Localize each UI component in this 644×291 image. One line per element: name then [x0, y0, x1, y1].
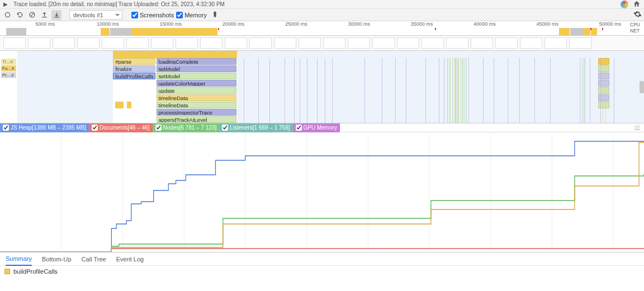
counter-label: Documents[46 – 46]: [100, 125, 150, 131]
counter-js-heap[interactable]: JS Heap[1388 MB – 2385 MB]: [0, 123, 89, 132]
screenshot-thumb[interactable]: [471, 37, 493, 49]
flame-row: finalizesetModel: [18, 65, 644, 73]
screenshot-thumb[interactable]: [569, 37, 591, 49]
screenshot-thumb[interactable]: [299, 37, 321, 49]
screenshot-thumb[interactable]: [323, 37, 345, 49]
overview-block: [591, 28, 597, 36]
ruler-tick: 40000 ms: [473, 21, 496, 27]
track-label[interactable]: Fu…ll: [1, 65, 16, 71]
context-dropdown[interactable]: devtools #1: [69, 10, 122, 20]
chart-series-documents: [0, 249, 644, 252]
overview-block: [132, 28, 140, 36]
chart-series-nodes: [0, 174, 644, 252]
flame-entry[interactable]: timelineData: [157, 102, 236, 108]
flame-entry[interactable]: [598, 73, 609, 79]
settings-icon[interactable]: [633, 10, 642, 20]
flame-chip[interactable]: [115, 102, 124, 108]
overview-block: [139, 28, 217, 36]
screenshot-thumb[interactable]: [348, 37, 370, 49]
flame-chart[interactable]: Ti…dFu…llPr…d 5000 ms10000 ms15000 ms200…: [0, 51, 644, 123]
flame-entry[interactable]: buildProfileCalls: [113, 73, 155, 79]
profile-icon[interactable]: [621, 1, 628, 8]
flame-entry[interactable]: [598, 87, 609, 94]
counter-documents[interactable]: Documents[46 – 46]: [89, 123, 153, 132]
screenshot-thumb[interactable]: [3, 37, 26, 49]
screenshot-thumb[interactable]: [53, 37, 75, 49]
record-button[interactable]: [2, 10, 12, 20]
flame-entry[interactable]: loadingComplete: [157, 58, 236, 65]
overview-marker: [435, 28, 436, 30]
ruler-tick: 10000 ms: [97, 21, 119, 27]
flame-chip[interactable]: [127, 102, 131, 108]
flame-entry[interactable]: processInspectorTrace: [157, 109, 236, 116]
tab-bottom-up[interactable]: Bottom-Up: [42, 253, 72, 265]
tab-event-log[interactable]: Event Log: [116, 253, 144, 265]
screenshot-thumb[interactable]: [77, 37, 100, 49]
tab-summary[interactable]: Summary: [6, 252, 32, 266]
track-label[interactable]: Pr…d: [1, 72, 16, 78]
flame-entry[interactable]: [598, 102, 609, 108]
screenshot-thumb[interactable]: [372, 37, 395, 49]
flame-entry[interactable]: appendTrackAtLevel: [157, 116, 236, 123]
upload-button[interactable]: [39, 10, 49, 20]
status-bar: ▶ Trace loaded. [20m no detail, no minim…: [0, 0, 644, 9]
home-icon[interactable]: [633, 0, 641, 9]
screenshots-strip[interactable]: [0, 36, 644, 51]
screenshot-thumb[interactable]: [102, 37, 124, 49]
trash-icon[interactable]: [211, 11, 219, 19]
screenshot-thumb[interactable]: [446, 37, 468, 49]
flame-entry[interactable]: setModel: [157, 73, 236, 79]
overview-marker: [218, 28, 219, 30]
flame-entry[interactable]: timelineData: [157, 94, 236, 101]
screenshot-thumb[interactable]: [126, 37, 149, 49]
reload-button[interactable]: [15, 10, 25, 20]
clear-button[interactable]: [27, 10, 37, 20]
screenshot-thumb[interactable]: [520, 37, 542, 49]
screenshot-thumb[interactable]: [397, 37, 419, 49]
flame-entry[interactable]: [598, 65, 609, 72]
net-label: NET: [630, 28, 644, 34]
flame-entry[interactable]: update: [157, 87, 236, 94]
screenshot-thumb[interactable]: [249, 37, 272, 49]
flame-entry[interactable]: [598, 80, 609, 87]
resize-handle[interactable]: [640, 81, 644, 93]
ruler-tick: 15000 ms: [160, 21, 182, 27]
flame-entry[interactable]: [598, 94, 609, 101]
flame-entry[interactable]: #parse: [113, 58, 155, 65]
screenshots-checkbox[interactable]: Screenshots: [131, 12, 174, 18]
screenshot-thumb[interactable]: [274, 37, 296, 49]
counter-gpu-memory[interactable]: GPU Memory: [293, 123, 340, 132]
screenshot-thumb[interactable]: [200, 37, 222, 49]
memory-checkbox[interactable]: Memory: [176, 12, 207, 18]
ruler-tick: 5000 ms: [35, 21, 55, 27]
download-button[interactable]: [51, 10, 61, 20]
flame-row: timelineData: [18, 102, 644, 109]
status-detail: [20m no detail, no minimap]: [49, 1, 117, 7]
ruler-tick: 35000 ms: [411, 21, 433, 27]
screenshot-thumb[interactable]: [544, 37, 567, 49]
flame-entry[interactable]: setModel: [157, 65, 236, 72]
play-icon[interactable]: ▶: [3, 1, 9, 7]
flame-entry[interactable]: [598, 58, 609, 65]
screenshot-thumb[interactable]: [28, 37, 50, 49]
counters-menu-icon[interactable]: [634, 125, 641, 132]
screenshot-thumb[interactable]: [176, 37, 198, 49]
overview-timeline[interactable]: 5000 ms10000 ms15000 ms20000 ms25000 ms3…: [0, 21, 644, 36]
memory-counters-legend: JS Heap[1388 MB – 2385 MB]Documents[46 –…: [0, 123, 644, 132]
screenshot-thumb[interactable]: [151, 37, 173, 49]
tab-call-tree[interactable]: Call Tree: [82, 253, 106, 265]
svg-point-0: [5, 12, 10, 17]
flame-row: timelineData: [18, 94, 644, 102]
screenshot-thumb[interactable]: [225, 37, 247, 49]
overview-ruler: 5000 ms10000 ms15000 ms20000 ms25000 ms3…: [0, 21, 644, 28]
screenshot-thumb[interactable]: [422, 37, 444, 49]
flame-entry[interactable]: finalize: [113, 65, 155, 72]
toolbar: devtools #1 Screenshots Memory: [0, 9, 644, 21]
counter-listeners[interactable]: Listeners[1 669 – 1 758]: [219, 123, 292, 132]
track-labels: Ti…dFu…llPr…d: [0, 51, 18, 123]
screenshot-thumb[interactable]: [495, 37, 518, 49]
track-label[interactable]: Ti…d: [1, 59, 16, 65]
memory-line-chart[interactable]: [0, 132, 644, 252]
counter-nodes[interactable]: Nodes[6 781 – 7 123]: [153, 123, 220, 132]
flame-entry[interactable]: updateColorMapper: [157, 80, 236, 87]
